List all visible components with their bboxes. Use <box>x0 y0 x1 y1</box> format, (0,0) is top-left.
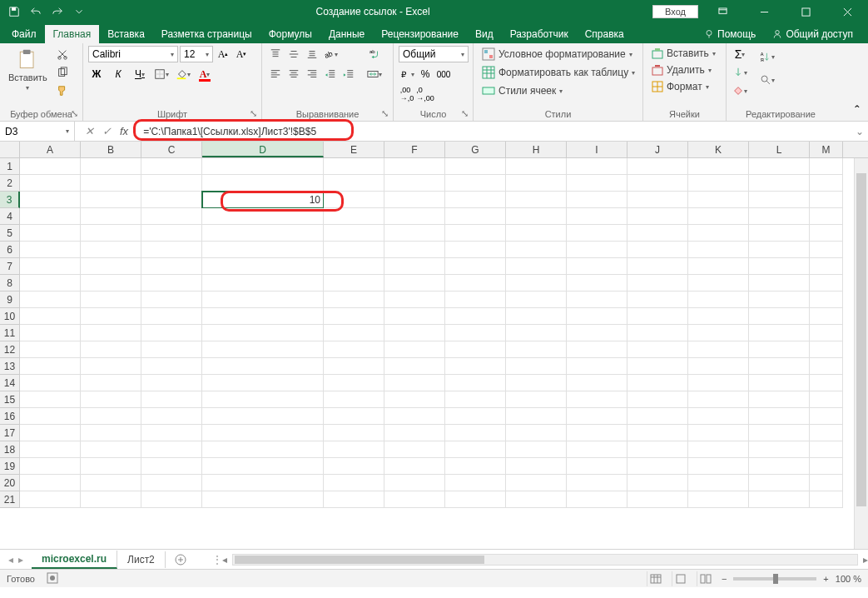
cell-K3[interactable] <box>688 192 749 208</box>
tab-help[interactable]: Справка <box>577 25 632 43</box>
cell-C2[interactable] <box>141 175 202 192</box>
paste-button[interactable]: Вставить ▾ <box>5 46 51 93</box>
cell-B14[interactable] <box>81 375 141 391</box>
cell-A7[interactable] <box>20 258 81 275</box>
cell-F12[interactable] <box>384 341 445 358</box>
cell-H8[interactable] <box>506 275 567 292</box>
cell-K20[interactable] <box>688 475 749 491</box>
cell-D19[interactable] <box>202 458 324 475</box>
tab-developer[interactable]: Разработчик <box>502 25 577 43</box>
cell-A6[interactable] <box>20 242 81 258</box>
tellme-field[interactable]: Помощь <box>696 25 764 43</box>
cell-L7[interactable] <box>749 258 810 275</box>
cell-B21[interactable] <box>81 491 141 508</box>
align-launcher-icon[interactable]: ⤡ <box>379 108 389 118</box>
cell-K6[interactable] <box>688 242 749 258</box>
cell-L8[interactable] <box>749 275 810 292</box>
cell-A11[interactable] <box>20 325 81 341</box>
cell-F15[interactable] <box>384 391 445 408</box>
cell-D21[interactable] <box>202 491 324 508</box>
increase-indent-icon[interactable] <box>340 66 357 82</box>
cell-D10[interactable] <box>202 308 324 325</box>
cell-A17[interactable] <box>20 425 81 441</box>
cell-D9[interactable] <box>202 292 324 308</box>
tab-file[interactable]: Файл <box>3 25 45 43</box>
cell-I1[interactable] <box>567 158 627 175</box>
decrease-indent-icon[interactable] <box>322 66 339 82</box>
cell-J13[interactable] <box>627 358 688 375</box>
cell-I15[interactable] <box>567 391 627 408</box>
cell-C19[interactable] <box>141 458 202 475</box>
cell-A3[interactable] <box>20 192 81 208</box>
row-header-4[interactable]: 4 <box>0 208 20 225</box>
cell-F8[interactable] <box>384 275 445 292</box>
cell-E17[interactable] <box>324 425 384 441</box>
cell-I5[interactable] <box>567 225 627 242</box>
cell-K7[interactable] <box>688 258 749 275</box>
row-header-2[interactable]: 2 <box>0 175 20 192</box>
cell-D8[interactable] <box>202 275 324 292</box>
cell-E14[interactable] <box>324 375 384 391</box>
cell-H14[interactable] <box>506 375 567 391</box>
cell-J5[interactable] <box>627 225 688 242</box>
cell-G6[interactable] <box>445 242 506 258</box>
cell-L18[interactable] <box>749 441 810 458</box>
cell-B4[interactable] <box>81 208 141 225</box>
cell-G11[interactable] <box>445 325 506 341</box>
view-page-layout-icon[interactable] <box>672 571 690 586</box>
minimize-icon[interactable] <box>746 0 781 23</box>
column-header-E[interactable]: E <box>324 142 384 157</box>
cell-F6[interactable] <box>384 242 445 258</box>
cell-B9[interactable] <box>81 292 141 308</box>
column-header-B[interactable]: B <box>81 142 141 157</box>
row-header-19[interactable]: 19 <box>0 458 20 475</box>
cell-B13[interactable] <box>81 358 141 375</box>
share-button[interactable]: Общий доступ <box>764 25 861 43</box>
cell-J20[interactable] <box>627 475 688 491</box>
row-header-20[interactable]: 20 <box>0 475 20 491</box>
cell-L3[interactable] <box>749 192 810 208</box>
cell-G4[interactable] <box>445 208 506 225</box>
cell-I16[interactable] <box>567 408 627 425</box>
cell-H12[interactable] <box>506 341 567 358</box>
cancel-formula-icon[interactable]: ✕ <box>85 125 94 137</box>
clipboard-launcher-icon[interactable]: ⤡ <box>69 108 79 118</box>
cell-B18[interactable] <box>81 441 141 458</box>
cell-L13[interactable] <box>749 358 810 375</box>
cell-H7[interactable] <box>506 258 567 275</box>
cell-F10[interactable] <box>384 308 445 325</box>
column-header-M[interactable]: M <box>810 142 843 157</box>
clear-icon[interactable]: ▾ <box>732 82 748 99</box>
row-header-14[interactable]: 14 <box>0 375 20 391</box>
comma-icon[interactable]: 000 <box>435 66 452 82</box>
cell-H2[interactable] <box>506 175 567 192</box>
cell-styles-button[interactable]: Стили ячеек▾ <box>479 82 566 99</box>
cell-D16[interactable] <box>202 408 324 425</box>
column-header-I[interactable]: I <box>567 142 627 157</box>
cell-B2[interactable] <box>81 175 141 192</box>
cell-J1[interactable] <box>627 158 688 175</box>
cell-E3[interactable] <box>324 192 384 208</box>
cell-D14[interactable] <box>202 375 324 391</box>
cell-K12[interactable] <box>688 341 749 358</box>
cell-J21[interactable] <box>627 491 688 508</box>
cell-K19[interactable] <box>688 458 749 475</box>
sheet-prev-icon[interactable]: ◂ <box>8 554 13 566</box>
cell-I2[interactable] <box>567 175 627 192</box>
row-header-3[interactable]: 3 <box>0 192 20 208</box>
row-header-17[interactable]: 17 <box>0 425 20 441</box>
cell-A14[interactable] <box>20 375 81 391</box>
cell-G12[interactable] <box>445 341 506 358</box>
cell-J7[interactable] <box>627 258 688 275</box>
cell-K13[interactable] <box>688 358 749 375</box>
cell-B16[interactable] <box>81 408 141 425</box>
copy-icon[interactable] <box>54 64 71 81</box>
cell-L6[interactable] <box>749 242 810 258</box>
align-center-icon[interactable] <box>285 66 302 82</box>
cell-M5[interactable] <box>810 225 843 242</box>
horizontal-scrollbar[interactable] <box>232 554 858 566</box>
align-left-icon[interactable] <box>267 66 284 82</box>
currency-icon[interactable]: ₽▾ <box>399 66 415 82</box>
column-header-A[interactable]: A <box>20 142 81 157</box>
cell-I19[interactable] <box>567 458 627 475</box>
